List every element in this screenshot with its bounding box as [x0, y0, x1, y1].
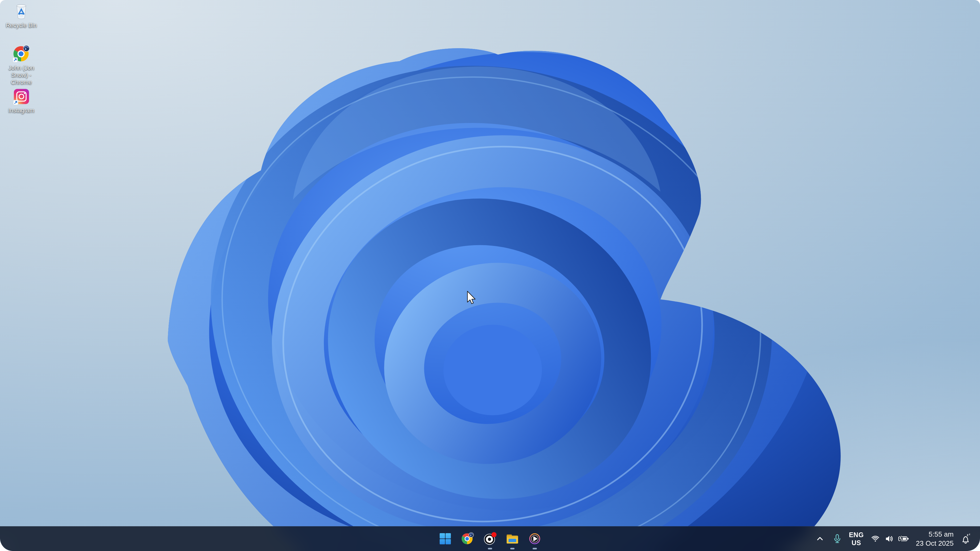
profile-avatar-badge — [24, 46, 30, 52]
battery-charging-icon — [897, 533, 910, 545]
language-line2: US — [852, 539, 861, 547]
clock-time: 5:55 am — [929, 530, 954, 539]
tray-hidden-icons-button[interactable] — [813, 529, 827, 549]
taskbar: ENG US — [0, 526, 980, 551]
microphone-icon — [832, 533, 843, 545]
desktop: Recycle Bin John (Jon Snow) - Chrome — [0, 0, 980, 551]
desktop-icon-label: Recycle Bin — [6, 22, 37, 29]
start-button[interactable] — [434, 527, 457, 551]
tray-microphone-button[interactable] — [830, 529, 844, 549]
desktop-icon-chrome-profile[interactable]: John (Jon Snow) - Chrome — [2, 45, 41, 86]
windows-start-icon — [439, 533, 451, 545]
clock-date: 23 Oct 2025 — [916, 539, 954, 548]
desktop-icon-recycle-bin[interactable]: Recycle Bin — [2, 3, 41, 29]
chrome-icon — [461, 532, 474, 545]
taskbar-chrome-button[interactable] — [457, 527, 479, 551]
profile-avatar-badge — [469, 532, 474, 537]
quick-settings-button[interactable] — [869, 529, 911, 549]
taskbar-media-player-button[interactable] — [523, 527, 546, 551]
running-indicator — [488, 548, 492, 549]
desktop-icon-label: John (Jon Snow) - Chrome — [7, 64, 35, 86]
wallpaper-bloom — [0, 0, 980, 551]
notification-bell-button[interactable]: z z — [959, 529, 972, 549]
running-indicator — [510, 548, 514, 549]
svg-text:z: z — [967, 533, 969, 537]
recycle-bin-icon — [13, 3, 29, 20]
do-not-disturb-bell-icon: z z — [960, 533, 972, 545]
taskbar-app-group — [434, 527, 546, 551]
tray-clock[interactable]: 5:55 am 23 Oct 2025 — [915, 529, 955, 549]
media-player-play-icon — [528, 532, 541, 545]
language-line1: ENG — [849, 531, 864, 539]
desktop-icon-instagram[interactable]: Instagram — [2, 88, 41, 114]
volume-icon — [884, 533, 895, 545]
system-tray: ENG US — [813, 527, 980, 551]
shortcut-arrow-icon — [13, 100, 18, 105]
taskbar-explorer-button[interactable] — [501, 527, 523, 551]
svg-text:z: z — [969, 533, 970, 535]
instagram-icon — [13, 88, 30, 105]
shortcut-arrow-icon — [13, 57, 18, 62]
taskbar-obs-button[interactable] — [479, 527, 501, 551]
running-indicator — [533, 548, 537, 549]
tray-language-button[interactable]: ENG US — [848, 529, 865, 549]
chevron-up-icon — [815, 533, 826, 545]
obs-icon — [483, 532, 497, 545]
desktop-icon-label: Instagram — [8, 107, 34, 114]
recording-badge — [492, 532, 496, 537]
folder-icon — [506, 533, 519, 545]
wifi-icon — [870, 533, 881, 545]
chrome-icon — [12, 45, 30, 63]
